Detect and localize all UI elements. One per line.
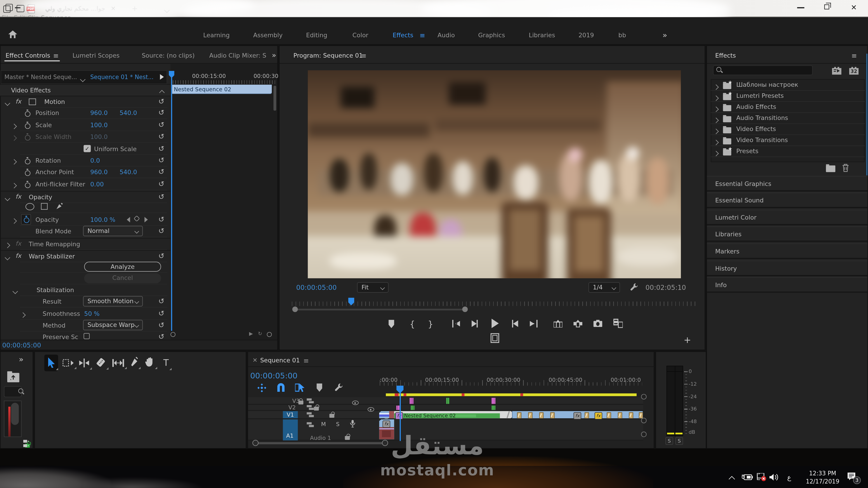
expand-chevron-icon[interactable] — [714, 139, 718, 146]
reset-icon[interactable]: ↺ — [158, 121, 164, 128]
ec-timecode[interactable]: 00:00:05:00 — [2, 341, 41, 349]
panel-overflow-icon[interactable]: » — [272, 51, 276, 59]
mark-out-icon[interactable]: } — [428, 319, 433, 329]
scale-value[interactable]: 100.0 — [90, 122, 107, 129]
blend-mode-dropdown[interactable]: Normal — [83, 226, 143, 236]
track-scroll-dot-3[interactable] — [641, 431, 647, 437]
keyframe-box[interactable] — [539, 412, 544, 418]
rotation-value[interactable]: 0.0 — [90, 157, 100, 164]
add-keyframe-icon[interactable] — [133, 215, 140, 222]
expand-chevron-icon[interactable] — [12, 182, 16, 189]
tray-chevron-up-icon[interactable] — [730, 476, 734, 483]
work-area-bar[interactable] — [386, 393, 637, 396]
level-slider-thumb[interactable] — [11, 403, 19, 425]
ec-ruler-ticks[interactable] — [173, 80, 276, 84]
program-scrollbar[interactable] — [295, 309, 465, 311]
v3-clip-pink2[interactable] — [492, 398, 495, 404]
master-clip-label[interactable]: Master * Nested Seque... — [4, 74, 77, 80]
method-row[interactable]: Method Subspace Warp ↺ — [0, 320, 170, 331]
workspace-overflow-icon[interactable]: » — [662, 31, 667, 39]
ec-vscrollbar[interactable] — [274, 86, 276, 111]
reset-icon[interactable]: ↺ — [158, 333, 164, 340]
reset-icon[interactable]: ↺ — [158, 168, 164, 175]
a1-source-patch-icon[interactable] — [307, 422, 314, 427]
ellipse-mask-icon[interactable] — [26, 203, 34, 210]
position-y-value[interactable]: 540.0 — [120, 109, 137, 117]
rect-mask-icon[interactable] — [41, 203, 48, 210]
effects-panel-title[interactable]: Effects — [715, 52, 736, 59]
tab-essential-graphics[interactable]: Essential Graphics — [707, 176, 867, 192]
antiflicker-value[interactable]: 0.00 — [90, 181, 104, 188]
reset-icon[interactable]: ↺ — [158, 216, 164, 223]
grid-toggle-icon[interactable] — [23, 440, 29, 448]
expand-chevron-icon[interactable] — [12, 123, 16, 130]
stabilization-row[interactable]: Stabilization — [0, 285, 170, 296]
timeline-settings-wrench-icon[interactable] — [334, 383, 343, 392]
rotation-row[interactable]: Rotation 0.0 ↺ — [0, 155, 170, 166]
smoothness-row[interactable]: Smoothness 50 % ↺ — [0, 308, 170, 320]
speaker-icon[interactable] — [770, 474, 779, 481]
uniform-scale-checkbox[interactable]: ✓ — [84, 145, 91, 152]
go-to-out-icon[interactable] — [530, 320, 539, 328]
stopwatch-icon[interactable] — [24, 122, 31, 128]
expand-chevron-icon[interactable] — [5, 254, 9, 261]
result-dropdown[interactable]: Smooth Motion — [83, 296, 143, 306]
result-row[interactable]: Result Smooth Motion ↺ — [0, 296, 170, 307]
lift-icon[interactable] — [554, 319, 562, 328]
folder-row-templates[interactable]: Шаблоны настроек — [711, 80, 865, 91]
project-panel-icon[interactable] — [7, 371, 20, 382]
left-rail-overflow-icon[interactable]: » — [19, 355, 24, 363]
ec-loop-icon[interactable]: ↻ — [258, 331, 262, 336]
workspace-tab-effects[interactable]: Effects — [393, 32, 413, 39]
a1-clip-fx-badge[interactable]: fx — [382, 420, 390, 428]
warp-stabilizer-row[interactable]: fx Warp Stabilizer ↺ — [0, 250, 170, 262]
expand-chevron-icon[interactable] — [5, 195, 9, 202]
v1-clip-a[interactable] — [379, 411, 394, 418]
step-back-icon[interactable] — [471, 320, 479, 328]
v2-lock-icon[interactable] — [313, 407, 318, 411]
safe-margins-icon[interactable] — [491, 333, 499, 343]
razor-tool[interactable] — [96, 357, 106, 367]
timeline-tab[interactable]: Sequence 01 — [260, 357, 300, 364]
video-effects-header[interactable]: Video Effects — [0, 84, 170, 96]
clip-c-fx-badge-yellow[interactable]: fx — [594, 412, 602, 419]
step-forward-icon[interactable] — [511, 320, 519, 328]
motion-effect-row[interactable]: fx Motion ↺ — [0, 96, 170, 108]
ec-hscroll-left-handle[interactable] — [170, 332, 176, 337]
tray-date[interactable]: 12/17/2019 — [804, 478, 842, 485]
folder-row-video-transitions[interactable]: Video Transitions — [711, 135, 865, 146]
workspace-tab-bb[interactable]: bb — [618, 32, 626, 39]
collapse-up-icon[interactable] — [160, 89, 164, 96]
reset-icon[interactable]: ↺ — [158, 109, 164, 116]
v1-source-patch-icon[interactable] — [307, 412, 314, 417]
v3-source-patch-icon[interactable] — [307, 398, 314, 403]
reset-icon[interactable]: ↺ — [158, 145, 164, 152]
tab-lumetri-scopes[interactable]: Lumetri Scopes — [72, 52, 120, 59]
selection-tool[interactable] — [48, 357, 55, 368]
program-timecode[interactable]: 00:00:05:00 — [296, 284, 337, 291]
workspace-tab-editing[interactable]: Editing — [306, 32, 327, 39]
timeline-tab-close-icon[interactable]: × — [252, 356, 258, 363]
a1-voiceover-mic-icon[interactable] — [350, 420, 355, 428]
folder-row-audio-transitions[interactable]: Audio Transitions — [711, 113, 865, 124]
position-x-value[interactable]: 960.0 — [90, 109, 107, 117]
scale-width-row[interactable]: Scale Width 100.0 ↺ — [0, 131, 170, 142]
workspace-tab-2019[interactable]: 2019 — [579, 32, 594, 39]
battery-icon[interactable] — [742, 474, 753, 480]
type-tool[interactable]: T — [163, 357, 168, 368]
keyframe-box[interactable] — [629, 412, 633, 418]
v1-target-button[interactable]: V1 — [283, 411, 298, 418]
position-row[interactable]: Position 960.0 540.0 ↺ — [0, 107, 170, 119]
reset-icon[interactable]: ↺ — [158, 322, 164, 329]
a1-mute-button[interactable]: M — [321, 421, 326, 427]
expand-chevron-icon[interactable] — [12, 158, 16, 165]
reset-icon[interactable]: ↺ — [158, 298, 164, 305]
tray-time[interactable]: 12:33 PM — [806, 470, 839, 476]
clip-c-fx-badge-gray[interactable]: fx — [574, 412, 581, 419]
anchor-point-row[interactable]: Anchor Point 960.0 540.0 ↺ — [0, 166, 170, 178]
expand-chevron-icon[interactable] — [714, 128, 718, 135]
add-panel-button[interactable]: + — [684, 335, 691, 346]
nest-sequence-icon[interactable] — [257, 383, 267, 392]
reset-icon[interactable]: ↺ — [158, 133, 164, 140]
stopwatch-icon[interactable] — [24, 109, 31, 116]
